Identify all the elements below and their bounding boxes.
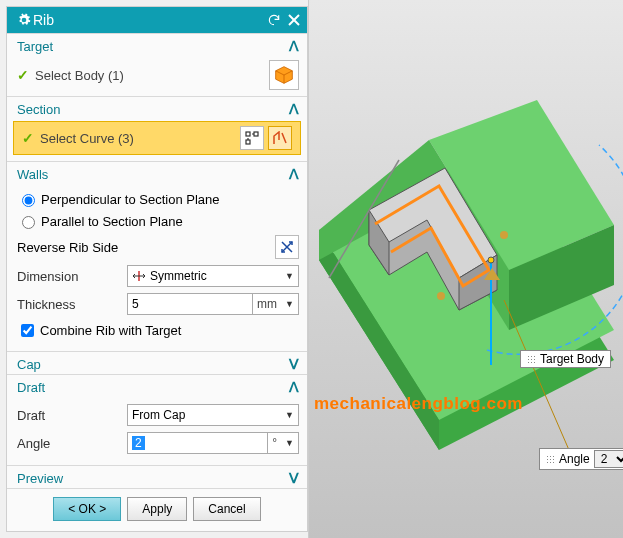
chevron-down-icon: ᐯ xyxy=(289,356,299,372)
radio-parallel-label: Parallel to Section Plane xyxy=(41,214,183,229)
select-body-row[interactable]: ✓ Select Body (1) xyxy=(7,56,307,96)
group-draft: Draft ᐱ Draft From Cap ▼ Angle 2 ° xyxy=(7,374,307,465)
chevron-down-icon: ▼ xyxy=(281,438,294,448)
chevron-down-icon: ᐯ xyxy=(289,470,299,486)
dialog-header: Rib xyxy=(7,7,307,33)
angle-unit: ° xyxy=(267,433,281,453)
svg-point-14 xyxy=(437,292,445,300)
angle-value: 2 xyxy=(132,436,145,450)
combine-rib-checkbox[interactable] xyxy=(21,324,34,337)
dialog-title: Rib xyxy=(33,12,263,28)
sketch-section-button[interactable] xyxy=(268,126,292,150)
radio-perpendicular-label: Perpendicular to Section Plane xyxy=(41,192,220,207)
combine-rib-label: Combine Rib with Target xyxy=(40,323,181,338)
reverse-rib-label: Reverse Rib Side xyxy=(17,240,271,255)
radio-perpendicular-row[interactable]: Perpendicular to Section Plane xyxy=(17,188,299,210)
dimension-label: Dimension xyxy=(17,269,127,284)
refresh-icon[interactable] xyxy=(265,11,283,29)
svg-point-12 xyxy=(488,257,494,263)
cancel-button[interactable]: Cancel xyxy=(193,497,260,521)
dimension-value: Symmetric xyxy=(150,269,207,283)
target-body-label: Target Body xyxy=(540,352,604,366)
apply-button[interactable]: Apply xyxy=(127,497,187,521)
draft-label: Draft xyxy=(17,408,127,423)
thickness-unit: mm xyxy=(252,294,281,314)
svg-rect-24 xyxy=(246,140,250,144)
group-cap-head[interactable]: Cap ᐯ xyxy=(7,352,307,374)
group-cap: Cap ᐯ xyxy=(7,351,307,374)
group-draft-head[interactable]: Draft ᐱ xyxy=(7,375,307,397)
target-body-tooltip: Target Body xyxy=(520,350,611,368)
rib-dialog: Rib Target ᐱ ✓ Select Body (1) Section ᐱ… xyxy=(6,6,308,532)
angle-tip-input[interactable]: 2 xyxy=(594,450,623,468)
svg-rect-23 xyxy=(254,132,258,136)
draft-value: From Cap xyxy=(132,408,185,422)
group-preview: Preview ᐯ xyxy=(7,465,307,488)
select-curve-label: Select Curve (3) xyxy=(40,131,236,146)
group-preview-head[interactable]: Preview ᐯ xyxy=(7,466,307,488)
dialog-buttons: < OK > Apply Cancel xyxy=(7,488,307,531)
chevron-down-icon: ▼ xyxy=(285,271,294,281)
ok-button[interactable]: < OK > xyxy=(53,497,121,521)
group-target: Target ᐱ ✓ Select Body (1) xyxy=(7,33,307,96)
watermark: mechanicalengblog.com xyxy=(314,394,523,414)
angle-input[interactable]: 2 ° ▼ xyxy=(127,432,299,454)
group-target-head[interactable]: Target ᐱ xyxy=(7,34,307,56)
radio-perpendicular[interactable] xyxy=(22,194,35,207)
angle-tooltip[interactable]: Angle 2 xyxy=(539,448,623,470)
chevron-down-icon: ▼ xyxy=(281,299,294,309)
thickness-value: 5 xyxy=(132,297,139,311)
radio-parallel[interactable] xyxy=(22,216,35,229)
close-icon[interactable] xyxy=(285,11,303,29)
thickness-input[interactable]: 5 mm ▼ xyxy=(127,293,299,315)
group-walls: Walls ᐱ Perpendicular to Section Plane P… xyxy=(7,161,307,351)
svg-line-27 xyxy=(282,133,286,143)
tooltip-drag-icon xyxy=(546,455,555,464)
gear-icon xyxy=(15,11,33,29)
radio-parallel-row[interactable]: Parallel to Section Plane xyxy=(17,210,299,232)
group-section-head[interactable]: Section ᐱ xyxy=(7,97,307,119)
dimension-dropdown[interactable]: Symmetric ▼ xyxy=(127,265,299,287)
viewport[interactable]: Target Body Angle 2 mechanicalengblog.co… xyxy=(308,0,623,538)
select-body-label: Select Body (1) xyxy=(35,68,265,83)
symmetric-icon xyxy=(132,271,146,281)
tooltip-drag-icon xyxy=(527,355,536,364)
angle-tip-label: Angle xyxy=(559,452,590,466)
chevron-up-icon: ᐱ xyxy=(289,166,299,182)
select-curve-row[interactable]: ✓ Select Curve (3) xyxy=(13,121,301,155)
chevron-up-icon: ᐱ xyxy=(289,101,299,117)
check-icon: ✓ xyxy=(17,67,29,83)
check-icon: ✓ xyxy=(22,130,34,146)
group-walls-head[interactable]: Walls ᐱ xyxy=(7,162,307,184)
curve-rule-button[interactable] xyxy=(240,126,264,150)
combine-rib-row[interactable]: Combine Rib with Target xyxy=(17,318,299,343)
thickness-label: Thickness xyxy=(17,297,127,312)
chevron-down-icon: ▼ xyxy=(285,410,294,420)
chevron-up-icon: ᐱ xyxy=(289,379,299,395)
svg-point-15 xyxy=(500,231,508,239)
draft-dropdown[interactable]: From Cap ▼ xyxy=(127,404,299,426)
chevron-up-icon: ᐱ xyxy=(289,38,299,54)
body-filter-button[interactable] xyxy=(269,60,299,90)
reverse-rib-button[interactable] xyxy=(275,235,299,259)
angle-label: Angle xyxy=(17,436,127,451)
svg-rect-22 xyxy=(246,132,250,136)
group-section: Section ᐱ ✓ Select Curve (3) xyxy=(7,96,307,155)
